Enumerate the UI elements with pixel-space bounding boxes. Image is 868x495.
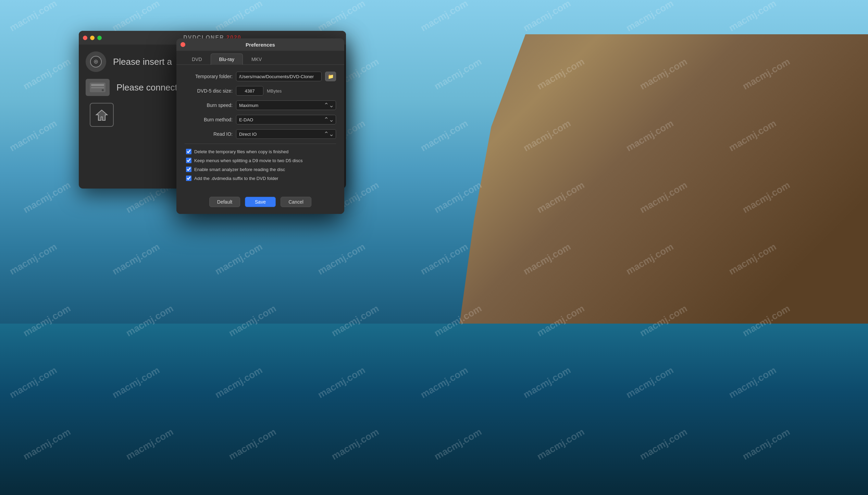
burn-method-select[interactable]: E-DAO DAO TAO — [236, 115, 336, 124]
burn-method-row: Burn method: E-DAO DAO TAO ⌃⌄ — [185, 115, 336, 124]
dvd5-label: DVD-5 disc size: — [185, 88, 233, 94]
checkbox-row-3: Enable smart analyzer before reading the… — [185, 167, 336, 172]
read-io-select-wrap: Direct IO SCSI ⌃⌄ — [236, 129, 336, 139]
burn-method-select-wrap: E-DAO DAO TAO ⌃⌄ — [236, 115, 336, 124]
prefs-button-row: Default Save Cancel — [176, 191, 344, 214]
home-icon[interactable] — [90, 103, 114, 127]
checkbox-row-2: Keep menus when splitting a D9 movie to … — [185, 158, 336, 163]
dvd5-size-row: DVD-5 disc size: MBytes — [185, 86, 336, 96]
burn-speed-select[interactable]: Maximum 1x 2x 4x 8x — [236, 100, 336, 110]
burn-method-label: Burn method: — [185, 117, 233, 122]
tab-bluray[interactable]: Blu-ray — [211, 53, 243, 65]
keep-menus-checkbox[interactable] — [186, 158, 191, 163]
close-traffic-light[interactable] — [83, 36, 87, 40]
connect-drive-text: Please connect — [116, 82, 177, 93]
tab-mkv[interactable]: MKV — [243, 53, 270, 65]
home-svg — [95, 108, 109, 122]
cliff-bg — [457, 34, 868, 343]
prefs-close-button[interactable] — [181, 42, 185, 47]
read-io-label: Read IO: — [185, 131, 233, 137]
prefs-body: Temporary folder: 📁 DVD-5 disc size: MBy… — [176, 65, 344, 191]
disc-svg — [90, 56, 102, 68]
dvd5-input[interactable] — [236, 86, 263, 96]
minimize-traffic-light[interactable] — [90, 36, 95, 40]
prefs-tab-bar: DVD Blu-ray MKV — [176, 51, 344, 65]
smart-analyzer-checkbox[interactable] — [186, 167, 191, 172]
maximize-traffic-light[interactable] — [97, 36, 102, 40]
mbytes-label: MBytes — [267, 88, 282, 94]
read-io-select[interactable]: Direct IO SCSI — [236, 129, 336, 139]
drive-icon — [86, 79, 110, 96]
insert-disc-text: Please insert a — [113, 57, 172, 67]
dvdmedia-suffix-label: Add the .dvdmedia suffix to the DVD fold… — [194, 176, 278, 181]
prefs-title: Preferences — [246, 42, 275, 48]
burn-speed-select-wrap: Maximum 1x 2x 4x 8x ⌃⌄ — [236, 100, 336, 110]
temp-folder-row: Temporary folder: 📁 — [185, 72, 336, 81]
preferences-dialog: Preferences DVD Blu-ray MKV Temporary fo… — [176, 38, 344, 214]
svg-point-6 — [102, 89, 104, 91]
temp-folder-label: Temporary folder: — [185, 74, 233, 79]
svg-rect-5 — [91, 87, 104, 88]
burn-speed-label: Burn speed: — [185, 102, 233, 108]
drive-svg — [89, 81, 106, 94]
dvdmedia-suffix-checkbox[interactable] — [186, 176, 191, 181]
svg-rect-4 — [91, 84, 104, 86]
delete-temp-checkbox[interactable] — [186, 149, 191, 154]
checkbox-row-1: Delete the temporary files when copy is … — [185, 149, 336, 154]
smart-analyzer-label: Enable smart analyzer before reading the… — [194, 167, 285, 172]
keep-menus-label: Keep menus when splitting a D9 movie to … — [194, 158, 303, 163]
water-bg — [0, 324, 868, 495]
delete-temp-label: Delete the temporary files when copy is … — [194, 149, 288, 154]
cancel-button[interactable]: Cancel — [281, 197, 311, 207]
default-button[interactable]: Default — [209, 197, 240, 207]
folder-browse-button[interactable]: 📁 — [325, 72, 336, 81]
folder-icon: 📁 — [328, 74, 334, 79]
svg-point-2 — [95, 61, 97, 62]
burn-speed-row: Burn speed: Maximum 1x 2x 4x 8x ⌃⌄ — [185, 100, 336, 110]
prefs-titlebar: Preferences — [176, 38, 344, 51]
temp-folder-input[interactable] — [236, 72, 322, 81]
read-io-row: Read IO: Direct IO SCSI ⌃⌄ — [185, 129, 336, 139]
tab-dvd[interactable]: DVD — [183, 53, 211, 65]
disc-icon — [86, 51, 106, 72]
checkbox-row-4: Add the .dvdmedia suffix to the DVD fold… — [185, 176, 336, 181]
divider — [185, 144, 336, 144]
save-button[interactable]: Save — [245, 197, 276, 207]
